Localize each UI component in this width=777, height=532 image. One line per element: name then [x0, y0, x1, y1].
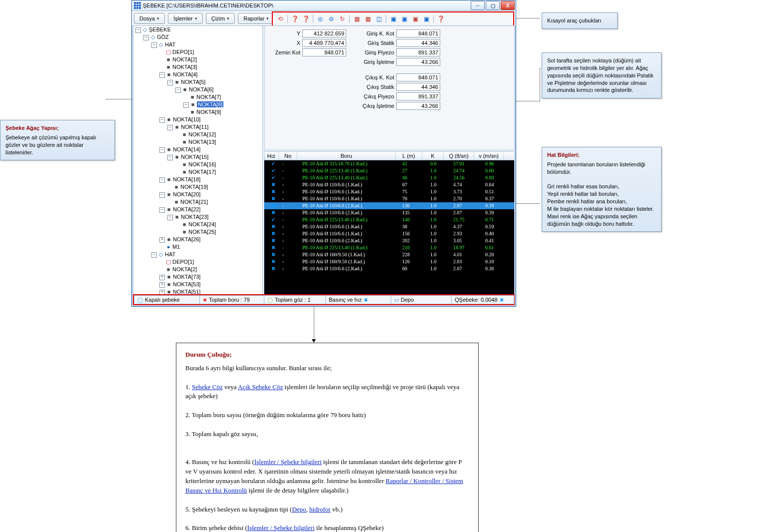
close-button[interactable]: X	[501, 1, 515, 10]
tree-node[interactable]: −■NOKTA[8]	[183, 101, 262, 108]
prop-field[interactable]	[302, 29, 346, 37]
tree-toggle-icon[interactable]: +	[159, 282, 165, 288]
tree-node[interactable]: −■NOKTA[10]−■NOKTA[11]■NOKTA[12]■NOKTA[1…	[159, 116, 262, 146]
tree-node[interactable]: −■NOKTA[14]−■NOKTA[15]■NOKTA[16]■NOKTA[1…	[159, 146, 262, 176]
grid-row[interactable]: ✖-PE-10 Atü Ø 225/13.40 (1.Kad.)2101.018…	[264, 244, 514, 251]
tree-node[interactable]: +■NOKTA[26]	[159, 236, 262, 243]
prop-field[interactable]	[302, 48, 346, 56]
tree-toggle-icon[interactable]: −	[151, 252, 157, 258]
tree-node[interactable]: −◇GÖZ−◇HAT▢DEPO[1]■NOKTA[2]■NOKTA[3]−■NO…	[143, 33, 262, 296]
col-no[interactable]: No	[279, 152, 297, 160]
tree-toggle-icon[interactable]: −	[135, 27, 141, 33]
tool-icon[interactable]: ❓	[302, 15, 310, 23]
tool-icon[interactable]: ▦	[364, 15, 372, 23]
tree-node[interactable]: −■NOKTA[15]■NOKTA[16]■NOKTA[17]	[167, 153, 262, 176]
prop-field[interactable]	[396, 58, 440, 66]
tool-icon[interactable]: ↻	[338, 15, 346, 23]
tree-node[interactable]: −■NOKTA[22]−■NOKTA[23]■NOKTA[24]■NOKTA[2…	[159, 206, 262, 236]
tree-node[interactable]: −■NOKTA[4]−■NOKTA[5]−■NOKTA[6]■NOKTA[7]−…	[159, 71, 262, 116]
tree-toggle-icon[interactable]: −	[159, 207, 165, 213]
tool-icon[interactable]: ▦	[353, 15, 361, 23]
prop-field[interactable]	[396, 48, 440, 56]
tree-toggle-icon[interactable]: −	[167, 215, 173, 220]
grid-row[interactable]: ✖-PE-10 Atü Ø 110/6.6 (1.Kad.)381.04.370…	[264, 223, 514, 230]
tree-node[interactable]: ■NOKTA[19]	[167, 183, 262, 191]
tree-toggle-icon[interactable]: −	[167, 125, 173, 130]
tool-icon[interactable]: ▣	[411, 15, 419, 23]
menu-cizim[interactable]: Çizim	[206, 13, 235, 24]
tree-node[interactable]: ■NOKTA[3]	[159, 63, 262, 71]
grid-row[interactable]: ✖-PE-10 Atü Ø 110/6.6 (1.Kad.)751.03.730…	[264, 188, 514, 195]
prop-field[interactable]	[302, 39, 346, 47]
tree-node[interactable]: ■NOKTA[2]	[159, 266, 262, 273]
tree-toggle-icon[interactable]: +	[159, 275, 165, 280]
tree-node[interactable]: ▢DEPO[1]	[159, 258, 262, 266]
tree-toggle-icon[interactable]: −	[159, 72, 165, 78]
tree-toggle-icon[interactable]: −	[143, 35, 149, 40]
tool-icon[interactable]: ⟲	[276, 15, 284, 23]
col-q[interactable]: Q (lt/sn)	[444, 152, 474, 160]
tree-node[interactable]: ■NOKTA[13]	[175, 138, 262, 146]
tool-icon[interactable]: ▣	[422, 15, 430, 23]
grid-row[interactable]: ✔-PE-10 Atü Ø 315/18.70 (1.Kad.)420.057.…	[264, 160, 514, 167]
tree-node[interactable]: ■NOKTA[16]	[175, 161, 262, 168]
prop-field[interactable]	[396, 92, 440, 100]
col-k[interactable]: K	[422, 152, 444, 160]
tree-toggle-icon[interactable]: −	[159, 147, 165, 153]
grid-row[interactable]: ✖-PE-10 Atü Ø 110/6.6 (2.Kad.)2021.03.05…	[264, 237, 514, 244]
prop-field[interactable]	[396, 39, 440, 47]
tree-toggle-icon[interactable]: −	[183, 102, 189, 108]
grid-row[interactable]: ✖-PE-10 Atü Ø 110/6.6 (2.Kad.)1361.02.87…	[264, 202, 514, 209]
tree-node[interactable]: −■NOKTA[18]■NOKTA[19]	[159, 176, 262, 191]
tree-node[interactable]: ■NOKTA[12]	[175, 131, 262, 138]
grid-row[interactable]: ✔-PE-10 Atü Ø 225/13.40 (1.Kad.)461.024.…	[264, 174, 514, 181]
prop-field[interactable]	[396, 83, 440, 91]
menu-islemler[interactable]: İşlemler	[168, 13, 203, 24]
tree-node[interactable]: −◇ŞEBEKE−◇GÖZ−◇HAT▢DEPO[1]■NOKTA[2]■NOKT…	[135, 26, 262, 296]
grid-row[interactable]: ✖-PE-10 Atü Ø 110/6.6 (1.Kad.)671.04.740…	[264, 181, 514, 188]
col-v[interactable]: v (m/sn)	[474, 152, 504, 160]
tree-node[interactable]: −◇HAT▢DEPO[1]■NOKTA[2]■NOKTA[3]−■NOKTA[4…	[151, 41, 262, 251]
col-boru[interactable]: Boru	[297, 152, 396, 160]
tree-node[interactable]: ■NOKTA[25]	[175, 228, 262, 236]
tree-node[interactable]: ■NOKTA[17]	[175, 168, 262, 176]
minimize-button[interactable]: ─	[471, 1, 485, 10]
menu-dosya[interactable]: Dosya	[134, 13, 165, 24]
tree-node[interactable]: −◇HAT▢DEPO[1]■NOKTA[2]+■NOKTA[73]+■NOKTA…	[151, 251, 262, 296]
grid-row[interactable]: ✖-PE-10 Atü Ø 160/9.50 (1.Kad.)2281.04.0…	[264, 251, 514, 258]
tree-node[interactable]: ●M1	[159, 243, 262, 251]
grid-row[interactable]: ✖-PE-10 Atü Ø 110/6.6 (1.Kad.)701.02.700…	[264, 195, 514, 202]
tool-icon[interactable]: ◎	[316, 15, 324, 23]
tree-node[interactable]: +■NOKTA[73]	[159, 273, 262, 281]
tool-icon[interactable]: ◫	[375, 15, 383, 23]
menu-raporlar[interactable]: Raporlar	[238, 13, 274, 24]
prop-field[interactable]	[396, 102, 440, 110]
tree-node[interactable]: ■NOKTA[24]	[175, 221, 262, 228]
tool-icon[interactable]: ❓	[291, 15, 299, 23]
tree-node[interactable]: ▢DEPO[1]	[159, 48, 262, 56]
tree-node[interactable]: −■NOKTA[11]■NOKTA[12]■NOKTA[13]	[167, 123, 262, 146]
tree-node[interactable]: +■NOKTA[53]	[159, 281, 262, 288]
grid-row[interactable]: ✖-PE-10 Atü Ø 110/6.6 (2.Kad.)601.02.670…	[264, 265, 514, 272]
tree-toggle-icon[interactable]: −	[167, 80, 173, 85]
prop-field[interactable]	[396, 73, 440, 81]
col-hiz[interactable]: Hız	[264, 152, 279, 160]
tree-toggle-icon[interactable]: −	[159, 117, 165, 123]
tree-node[interactable]: −■NOKTA[5]−■NOKTA[6]■NOKTA[7]−■NOKTA[8]■…	[167, 78, 262, 116]
grid-row[interactable]: ✔-PE-10 Atü Ø 225/13.40 (1.Kad.)271.024.…	[264, 167, 514, 174]
tool-icon[interactable]: ▣	[400, 15, 408, 23]
tree-toggle-icon[interactable]: −	[151, 42, 157, 48]
tree-toggle-icon[interactable]: −	[167, 155, 173, 160]
tree-toggle-icon[interactable]: −	[175, 87, 181, 93]
tree-node[interactable]: ■NOKTA[21]	[167, 198, 262, 206]
grid-row[interactable]: ✖-PE-10 Atü Ø 160/9.50 (1.Kad.)1261.02.8…	[264, 258, 514, 265]
tree-node[interactable]: −■NOKTA[6]■NOKTA[7]−■NOKTA[8]■NOKTA[9]	[175, 86, 262, 116]
prop-field[interactable]	[396, 29, 440, 37]
grid-row[interactable]: ✖-PE-10 Atü Ø 110/6.6 (1.Kad.)1561.02.93…	[264, 230, 514, 237]
tree-node[interactable]: −■NOKTA[23]■NOKTA[24]■NOKTA[25]	[167, 213, 262, 236]
tree-pane[interactable]: −◇ŞEBEKE−◇GÖZ−◇HAT▢DEPO[1]■NOKTA[2]■NOKT…	[133, 25, 263, 296]
tree-node[interactable]: ■NOKTA[7]	[183, 93, 262, 101]
grid-body[interactable]: ✔-PE-10 Atü Ø 315/18.70 (1.Kad.)420.057.…	[264, 160, 514, 296]
grid-row[interactable]: ✔-PE-10 Atü Ø 225/13.40 (1.Kad.)1401.021…	[264, 216, 514, 223]
tree-toggle-icon[interactable]: +	[159, 237, 165, 243]
